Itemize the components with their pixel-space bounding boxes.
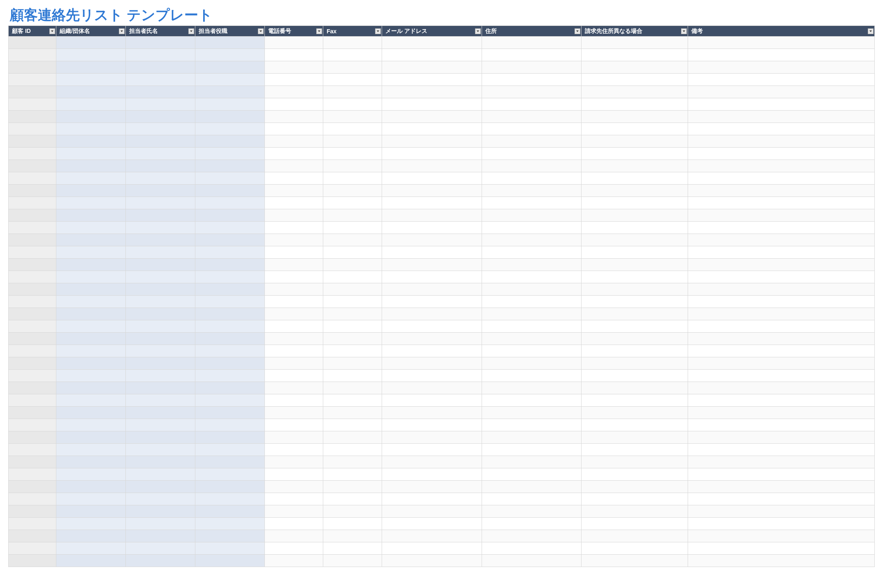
cell-bill[interactable]	[582, 283, 688, 296]
cell-bill[interactable]	[582, 333, 688, 345]
cell-org[interactable]	[56, 468, 126, 481]
cell-name[interactable]	[126, 74, 195, 86]
cell-note[interactable]	[688, 345, 875, 357]
cell-mail[interactable]	[382, 271, 482, 283]
cell-org[interactable]	[56, 123, 126, 135]
cell-bill[interactable]	[582, 308, 688, 320]
cell-tel[interactable]	[264, 86, 323, 98]
cell-org[interactable]	[56, 283, 126, 296]
cell-role[interactable]	[195, 530, 264, 542]
cell-mail[interactable]	[382, 197, 482, 209]
cell-note[interactable]	[688, 209, 875, 222]
column-header-role[interactable]: 担当者役職	[195, 26, 264, 37]
cell-name[interactable]	[126, 493, 195, 505]
cell-id[interactable]	[9, 493, 56, 505]
cell-role[interactable]	[195, 493, 264, 505]
cell-mail[interactable]	[382, 259, 482, 271]
cell-id[interactable]	[9, 61, 56, 74]
cell-name[interactable]	[126, 333, 195, 345]
cell-id[interactable]	[9, 320, 56, 333]
cell-tel[interactable]	[264, 259, 323, 271]
table-row[interactable]	[9, 234, 875, 246]
cell-bill[interactable]	[582, 123, 688, 135]
cell-tel[interactable]	[264, 518, 323, 530]
cell-role[interactable]	[195, 86, 264, 98]
cell-id[interactable]	[9, 382, 56, 394]
cell-tel[interactable]	[264, 246, 323, 259]
cell-role[interactable]	[195, 370, 264, 382]
cell-tel[interactable]	[264, 283, 323, 296]
column-header-tel[interactable]: 電話番号	[264, 26, 323, 37]
cell-name[interactable]	[126, 234, 195, 246]
cell-note[interactable]	[688, 222, 875, 234]
cell-tel[interactable]	[264, 111, 323, 123]
cell-mail[interactable]	[382, 86, 482, 98]
cell-name[interactable]	[126, 111, 195, 123]
cell-role[interactable]	[195, 49, 264, 61]
column-header-name[interactable]: 担当者氏名	[126, 26, 195, 37]
cell-org[interactable]	[56, 555, 126, 567]
cell-fax[interactable]	[323, 308, 382, 320]
cell-mail[interactable]	[382, 37, 482, 49]
cell-id[interactable]	[9, 86, 56, 98]
cell-note[interactable]	[688, 172, 875, 185]
cell-role[interactable]	[195, 308, 264, 320]
table-row[interactable]	[9, 160, 875, 172]
cell-role[interactable]	[195, 185, 264, 197]
cell-fax[interactable]	[323, 49, 382, 61]
column-header-note[interactable]: 備考	[688, 26, 875, 37]
cell-fax[interactable]	[323, 382, 382, 394]
cell-name[interactable]	[126, 283, 195, 296]
cell-fax[interactable]	[323, 370, 382, 382]
filter-dropdown-icon[interactable]	[868, 28, 874, 34]
table-row[interactable]	[9, 209, 875, 222]
table-row[interactable]	[9, 172, 875, 185]
cell-bill[interactable]	[582, 320, 688, 333]
cell-org[interactable]	[56, 111, 126, 123]
cell-role[interactable]	[195, 407, 264, 419]
cell-fax[interactable]	[323, 259, 382, 271]
cell-note[interactable]	[688, 123, 875, 135]
cell-id[interactable]	[9, 345, 56, 357]
cell-name[interactable]	[126, 542, 195, 555]
cell-id[interactable]	[9, 49, 56, 61]
filter-dropdown-icon[interactable]	[681, 28, 687, 34]
cell-id[interactable]	[9, 259, 56, 271]
cell-note[interactable]	[688, 37, 875, 49]
table-row[interactable]	[9, 296, 875, 308]
cell-id[interactable]	[9, 333, 56, 345]
table-row[interactable]	[9, 246, 875, 259]
cell-addr[interactable]	[482, 148, 582, 160]
cell-bill[interactable]	[582, 185, 688, 197]
cell-role[interactable]	[195, 394, 264, 407]
cell-id[interactable]	[9, 283, 56, 296]
cell-bill[interactable]	[582, 542, 688, 555]
cell-note[interactable]	[688, 283, 875, 296]
cell-note[interactable]	[688, 431, 875, 444]
cell-bill[interactable]	[582, 49, 688, 61]
cell-org[interactable]	[56, 197, 126, 209]
cell-name[interactable]	[126, 407, 195, 419]
cell-note[interactable]	[688, 493, 875, 505]
cell-name[interactable]	[126, 148, 195, 160]
cell-note[interactable]	[688, 185, 875, 197]
cell-fax[interactable]	[323, 555, 382, 567]
cell-mail[interactable]	[382, 456, 482, 468]
cell-tel[interactable]	[264, 370, 323, 382]
cell-role[interactable]	[195, 61, 264, 74]
cell-id[interactable]	[9, 394, 56, 407]
cell-name[interactable]	[126, 518, 195, 530]
cell-mail[interactable]	[382, 123, 482, 135]
column-header-org[interactable]: 組織/団体名	[56, 26, 126, 37]
cell-bill[interactable]	[582, 431, 688, 444]
cell-name[interactable]	[126, 456, 195, 468]
cell-mail[interactable]	[382, 185, 482, 197]
table-row[interactable]	[9, 505, 875, 518]
table-row[interactable]	[9, 444, 875, 456]
cell-tel[interactable]	[264, 357, 323, 370]
cell-note[interactable]	[688, 246, 875, 259]
cell-role[interactable]	[195, 382, 264, 394]
cell-fax[interactable]	[323, 456, 382, 468]
cell-role[interactable]	[195, 74, 264, 86]
cell-tel[interactable]	[264, 308, 323, 320]
